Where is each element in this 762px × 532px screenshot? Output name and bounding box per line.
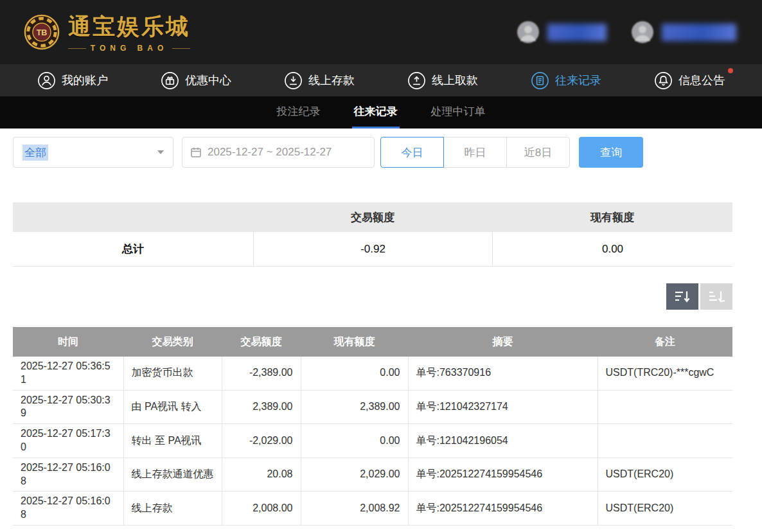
tab-bet-records[interactable]: 投注纪录 xyxy=(275,96,323,129)
table-row: 2025-12-27 05:17:30 转出 至 PA视讯 -2,029.00 … xyxy=(13,424,732,458)
cell-amount: 2,008.00 xyxy=(222,492,301,526)
cell-summary: 单号:763370916 xyxy=(408,357,598,390)
type-select[interactable]: 全部 xyxy=(13,137,173,168)
nav-item-transaction-records[interactable]: 往来记录 xyxy=(531,71,601,90)
user-balance-group xyxy=(631,21,736,44)
cell-amount: 20.08 xyxy=(222,457,301,492)
summary-header-balance: 现有额度 xyxy=(492,210,732,225)
cell-summary: 单号:202512274159954546 xyxy=(408,492,598,526)
cell-balance: 2,029.00 xyxy=(301,457,408,492)
date-range-value: 2025-12-27 ~ 2025-12-27 xyxy=(208,146,332,159)
cell-type: 线上存款 xyxy=(123,492,222,526)
cell-time: 2025-12-27 05:17:30 xyxy=(13,424,123,458)
nav-item-online-deposit[interactable]: 线上存款 xyxy=(284,71,355,90)
cell-type: 由 PA视讯 转入 xyxy=(123,390,222,424)
filter-row: 全部 2025-12-27 ~ 2025-12-27 今日 昨日 近8日 查询 xyxy=(13,137,762,168)
user-icon xyxy=(37,71,56,90)
summary-header-transaction: 交易额度 xyxy=(253,210,492,225)
casino-chip-icon: TB xyxy=(23,13,60,51)
cell-time: 2025-12-27 05:30:39 xyxy=(13,390,123,424)
nav-item-promotions[interactable]: 优惠中心 xyxy=(161,71,231,90)
summary-table: 交易额度 现有额度 总计 -0.92 0.00 xyxy=(13,202,732,267)
cell-summary: 单号:202512274159954546 xyxy=(408,457,598,492)
cell-time: 2025-12-27 05:36:51 xyxy=(13,357,123,390)
cell-balance: 2,389.00 xyxy=(301,390,408,424)
nav-label: 我的账户 xyxy=(62,73,108,88)
table-row: 2025-12-27 05:16:08 线上存款 2,008.00 2,008.… xyxy=(13,492,732,526)
search-button[interactable]: 查询 xyxy=(579,137,643,168)
brand-name-en: TONG BAO xyxy=(68,44,190,53)
records-table: 时间 交易类别 交易额度 现有额度 摘要 备注 2025-12-27 05:36… xyxy=(13,327,732,526)
nav-item-online-withdrawal[interactable]: 线上取款 xyxy=(407,71,478,90)
cell-note: USDT(ERC20) xyxy=(598,457,732,492)
column-header-type: 交易类别 xyxy=(123,327,222,357)
withdraw-icon xyxy=(407,71,426,90)
summary-header: 交易额度 现有额度 xyxy=(13,202,732,232)
user-account-group xyxy=(517,21,607,44)
brand-name-cn: 通宝娱乐城 xyxy=(68,12,190,42)
notification-dot xyxy=(728,68,733,73)
cell-amount: 2,389.00 xyxy=(222,390,301,424)
summary-current-balance: 0.00 xyxy=(492,232,732,266)
column-header-summary: 摘要 xyxy=(408,327,598,357)
main-nav: 我的账户 优惠中心 线上存款 线上取款 往来记录 信息公告 xyxy=(0,64,762,96)
redacted-username xyxy=(547,24,607,41)
summary-transaction-amount: -0.92 xyxy=(253,232,492,266)
cell-note xyxy=(598,424,732,458)
sub-nav: 投注纪录 往来记录 处理中订单 xyxy=(0,96,762,129)
quick-range-today[interactable]: 今日 xyxy=(380,137,444,168)
cell-amount: -2,029.00 xyxy=(222,424,301,458)
cell-time: 2025-12-27 05:16:08 xyxy=(13,457,123,492)
nav-label: 线上取款 xyxy=(432,73,478,88)
top-header: TB 通宝娱乐城 TONG BAO xyxy=(0,0,762,64)
tab-pending-orders[interactable]: 处理中订单 xyxy=(429,96,488,129)
quick-range-last8days[interactable]: 近8日 xyxy=(506,137,570,168)
nav-label: 线上存款 xyxy=(308,73,355,88)
sort-ascending-icon xyxy=(708,290,725,304)
nav-label: 信息公告 xyxy=(678,73,725,88)
sort-ascending-button[interactable] xyxy=(700,283,732,310)
cell-type: 线上存款通道优惠 xyxy=(123,457,222,492)
quick-range-yesterday[interactable]: 昨日 xyxy=(443,137,507,168)
cell-amount: -2,389.00 xyxy=(222,357,301,390)
tab-transaction-records[interactable]: 往来记录 xyxy=(352,96,400,129)
bell-icon xyxy=(654,71,673,90)
nav-item-my-account[interactable]: 我的账户 xyxy=(37,71,108,90)
cell-summary: 单号:121042196054 xyxy=(408,424,598,458)
redacted-balance xyxy=(662,24,736,41)
table-row: 2025-12-27 05:36:51 加密货币出款 -2,389.00 0.0… xyxy=(13,357,732,390)
cell-time: 2025-12-27 05:16:08 xyxy=(13,492,123,526)
column-header-time: 时间 xyxy=(13,327,123,357)
gift-icon xyxy=(161,71,179,90)
sort-descending-button[interactable] xyxy=(666,283,698,310)
wallet-icon[interactable] xyxy=(631,21,654,44)
quick-range-group: 今日 昨日 近8日 xyxy=(380,137,570,168)
nav-label: 优惠中心 xyxy=(185,73,231,88)
calendar-icon xyxy=(190,146,202,158)
column-header-amount: 交易额度 xyxy=(222,327,301,357)
table-row: 2025-12-27 05:16:08 线上存款通道优惠 20.08 2,029… xyxy=(13,457,732,492)
column-header-note: 备注 xyxy=(598,327,732,357)
type-select-value: 全部 xyxy=(22,145,48,161)
sort-descending-icon xyxy=(674,290,691,304)
nav-item-announcements[interactable]: 信息公告 xyxy=(654,71,725,90)
table-row: 2025-12-27 05:30:39 由 PA视讯 转入 2,389.00 2… xyxy=(13,390,732,424)
nav-label: 往来记录 xyxy=(555,73,601,88)
date-range-input[interactable]: 2025-12-27 ~ 2025-12-27 xyxy=(182,137,375,168)
brand-logo[interactable]: TB 通宝娱乐城 TONG BAO xyxy=(23,12,190,53)
cell-note: USDT(TRC20)-***cgwC xyxy=(598,357,732,390)
user-avatar-icon[interactable] xyxy=(517,21,540,44)
column-header-balance: 现有额度 xyxy=(301,327,408,357)
cell-type: 转出 至 PA视讯 xyxy=(123,424,222,458)
chip-label: TB xyxy=(37,28,48,37)
cell-balance: 2,008.92 xyxy=(301,492,408,526)
user-area xyxy=(502,21,736,44)
cell-summary: 单号:121042327174 xyxy=(408,390,598,424)
cell-balance: 0.00 xyxy=(301,357,408,390)
summary-total-label: 总计 xyxy=(13,232,253,266)
cell-note xyxy=(598,390,732,424)
sort-controls xyxy=(13,283,732,310)
records-icon xyxy=(531,71,549,90)
brand-text: 通宝娱乐城 TONG BAO xyxy=(68,12,190,53)
summary-total-row: 总计 -0.92 0.00 xyxy=(13,232,732,267)
